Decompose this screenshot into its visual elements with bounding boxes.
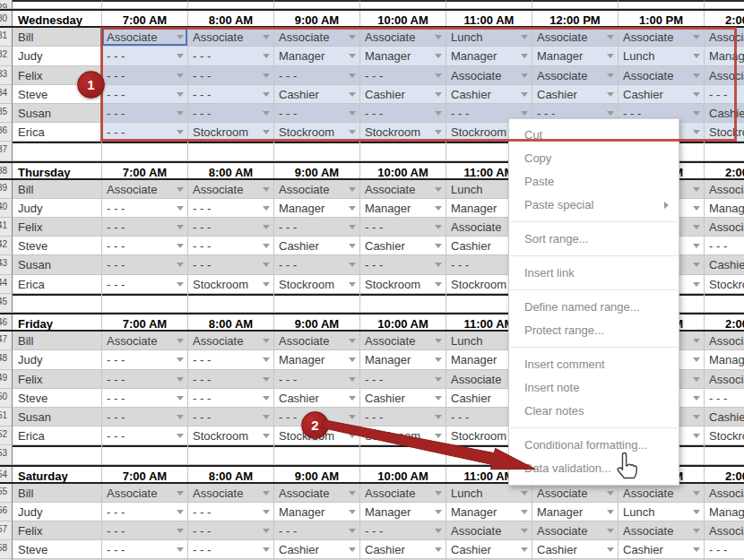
cell-dropdown-arrow-icon[interactable]	[693, 282, 700, 287]
schedule-cell[interactable]: Associate	[274, 180, 360, 199]
schedule-cell[interactable]: - - -	[188, 350, 274, 369]
cell-dropdown-arrow-icon[interactable]	[435, 377, 442, 382]
cell-dropdown-arrow-icon[interactable]	[521, 111, 528, 116]
row-number-cell[interactable]: 55	[0, 484, 13, 503]
schedule-cell[interactable]: Associate	[446, 66, 532, 85]
row-number-cell[interactable]: 39	[0, 180, 13, 199]
cell-dropdown-arrow-icon[interactable]	[177, 282, 184, 287]
cell-dropdown-arrow-icon[interactable]	[177, 187, 184, 192]
cell-dropdown-arrow-icon[interactable]	[263, 92, 270, 97]
cell-dropdown-arrow-icon[interactable]	[521, 73, 528, 78]
cell-dropdown-arrow-icon[interactable]	[607, 35, 614, 39]
schedule-cell[interactable]: Associate	[705, 521, 744, 540]
schedule-cell[interactable]: Cashier	[360, 85, 446, 104]
cell-dropdown-arrow-icon[interactable]	[263, 225, 270, 229]
schedule-cell[interactable]: Stockroom	[360, 275, 446, 294]
schedule-cell[interactable]: - - -	[102, 218, 188, 237]
time-header-cell[interactable]: 7:00 AM	[102, 163, 188, 178]
schedule-cell[interactable]: - - -	[102, 389, 188, 408]
cell-dropdown-arrow-icon[interactable]	[435, 358, 442, 362]
schedule-cell[interactable]: - - -	[102, 370, 188, 389]
employee-name-cell[interactable]: Felix	[13, 370, 102, 389]
schedule-cell[interactable]: Associate	[188, 28, 274, 47]
cell-dropdown-arrow-icon[interactable]	[607, 491, 614, 495]
cell-dropdown-arrow-icon[interactable]	[693, 415, 700, 419]
time-header-cell[interactable]: 10:00 AM	[360, 467, 446, 482]
employee-name-cell[interactable]: Steve	[13, 237, 102, 255]
menu-item-paste-special[interactable]: Paste special	[509, 194, 679, 217]
cell-dropdown-arrow-icon[interactable]	[177, 92, 184, 97]
day-name-cell[interactable]: Wednesday	[13, 11, 102, 26]
schedule-cell[interactable]: - - -	[360, 218, 446, 237]
cell-dropdown-arrow-icon[interactable]	[521, 35, 528, 39]
cell-dropdown-arrow-icon[interactable]	[521, 547, 528, 552]
schedule-cell[interactable]: Manager	[360, 199, 446, 218]
cell-dropdown-arrow-icon[interactable]	[693, 35, 700, 39]
schedule-cell[interactable]: Associate	[705, 180, 744, 199]
cell-dropdown-arrow-icon[interactable]	[177, 206, 184, 211]
schedule-cell[interactable]: Cashier	[532, 85, 619, 104]
cell-dropdown-arrow-icon[interactable]	[349, 73, 356, 78]
row-number-cell[interactable]: 30	[0, 11, 13, 26]
schedule-cell[interactable]: - - -	[274, 66, 360, 85]
cell-dropdown-arrow-icon[interactable]	[693, 225, 700, 229]
schedule-cell[interactable]: Manager	[274, 199, 360, 218]
cell-dropdown-arrow-icon[interactable]	[349, 263, 356, 267]
schedule-cell[interactable]: - - -	[102, 503, 188, 521]
schedule-cell[interactable]: Stockroom	[274, 275, 360, 294]
cell-dropdown-arrow-icon[interactable]	[177, 244, 184, 248]
spacer-cell[interactable]	[274, 294, 360, 313]
row-number-cell[interactable]: 56	[0, 503, 13, 521]
schedule-cell[interactable]: Manager	[705, 199, 744, 218]
row-number-cell[interactable]: 58	[0, 540, 13, 559]
cell-dropdown-arrow-icon[interactable]	[435, 396, 442, 401]
employee-name-cell[interactable]: Judy	[13, 199, 102, 218]
cell-dropdown-arrow-icon[interactable]	[263, 434, 270, 438]
cell-dropdown-arrow-icon[interactable]	[693, 547, 700, 552]
row-number-cell[interactable]: 40	[0, 199, 13, 218]
cell-dropdown-arrow-icon[interactable]	[693, 529, 700, 533]
row-number-cell[interactable]: 50	[0, 389, 13, 408]
cell-dropdown-arrow-icon[interactable]	[435, 339, 442, 343]
time-header-cell[interactable]: 10:00 AM	[360, 11, 446, 26]
cell-dropdown-arrow-icon[interactable]	[263, 491, 270, 495]
time-header-cell[interactable]: 8:00 AM	[188, 11, 274, 26]
employee-name-cell[interactable]: Felix	[13, 521, 102, 540]
row-number-cell[interactable]: 47	[0, 332, 13, 350]
cell-dropdown-arrow-icon[interactable]	[177, 225, 184, 229]
menu-item-cut[interactable]: Cut	[509, 124, 679, 147]
row-number-cell[interactable]: 53	[0, 445, 13, 464]
menu-item-paste[interactable]: Paste	[509, 170, 679, 194]
menu-item-protect-range[interactable]: Protect range...	[509, 319, 679, 342]
cell-dropdown-arrow-icon[interactable]	[435, 130, 442, 134]
schedule-cell[interactable]: - - -	[188, 370, 274, 389]
schedule-cell[interactable]: Associate	[360, 28, 446, 47]
menu-item-insert-note[interactable]: Insert note	[509, 376, 679, 400]
day-name-cell[interactable]: Thursday	[13, 163, 102, 178]
schedule-cell[interactable]: - - -	[274, 255, 360, 274]
cell-dropdown-arrow-icon[interactable]	[607, 73, 614, 78]
cell-dropdown-arrow-icon[interactable]	[177, 529, 184, 533]
schedule-cell[interactable]: Associate	[274, 484, 360, 503]
row-number-cell[interactable]: 44	[0, 275, 13, 294]
employee-name-cell[interactable]: Judy	[13, 47, 102, 65]
spacer-cell[interactable]	[705, 294, 744, 313]
cell-dropdown-arrow-icon[interactable]	[693, 396, 700, 401]
menu-item-insert-comment[interactable]: Insert comment	[509, 353, 679, 376]
spacer-cell[interactable]	[360, 445, 446, 464]
schedule-cell[interactable]: Manager	[532, 503, 619, 521]
cell-dropdown-arrow-icon[interactable]	[435, 491, 442, 495]
spacer-cell[interactable]	[705, 445, 744, 464]
schedule-cell[interactable]: Stockroom	[274, 123, 360, 142]
schedule-cell[interactable]: - - -	[102, 540, 188, 559]
cell-dropdown-arrow-icon[interactable]	[349, 396, 356, 401]
employee-name-cell[interactable]: Bill	[13, 180, 102, 199]
schedule-cell[interactable]: - - -	[102, 275, 188, 294]
schedule-cell[interactable]: Cashier	[446, 85, 532, 104]
cell-dropdown-arrow-icon[interactable]	[349, 225, 356, 229]
cell-dropdown-arrow-icon[interactable]	[435, 54, 442, 58]
schedule-cell[interactable]: Associate	[360, 332, 446, 350]
schedule-cell[interactable]: - - -	[360, 370, 446, 389]
cell-dropdown-arrow-icon[interactable]	[263, 529, 270, 533]
schedule-cell[interactable]: - - -	[705, 389, 744, 408]
